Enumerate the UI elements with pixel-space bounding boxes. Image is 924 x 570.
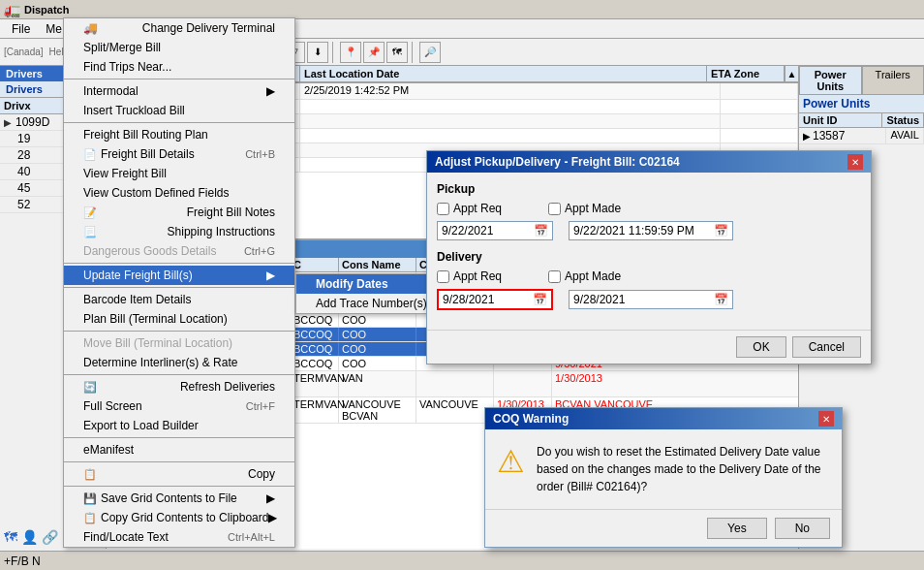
- ctx-label: Freight Bill Notes: [187, 206, 275, 219]
- ctx-fb-notes[interactable]: 📝 Freight Bill Notes: [64, 203, 294, 222]
- driver-id: 19: [4, 132, 30, 145]
- ctx-icon-note: 📝: [83, 206, 97, 219]
- warning-icon: ⚠: [497, 443, 525, 480]
- sort-arrow[interactable]: ▲: [785, 66, 798, 81]
- appt-made-checkbox[interactable]: [548, 203, 561, 215]
- menu-file[interactable]: File: [4, 20, 38, 38]
- ctx-icon-doc: 📄: [83, 148, 97, 161]
- dialog-title-bar: Adjust Pickup/Delivery - Freight Bill: C…: [427, 151, 871, 173]
- ctx-sep: [64, 79, 294, 79]
- ctx-intermodal[interactable]: Intermodal ▶: [64, 81, 294, 101]
- ctx-sep: [64, 461, 294, 462]
- ctx-label: Move Bill (Terminal Location): [83, 336, 232, 350]
- ctx-full-screen[interactable]: Full Screen Ctrl+F: [64, 396, 294, 416]
- driver-id: 1099D: [15, 115, 49, 129]
- dialog-close-button[interactable]: ✕: [847, 154, 863, 170]
- ctx-save-grid[interactable]: 💾 Save Grid Contents to File ▶: [64, 489, 294, 508]
- ctx-shipping-instructions[interactable]: 📃 Shipping Instructions: [64, 222, 294, 241]
- toolbar-btn-14[interactable]: 🔎: [419, 42, 441, 63]
- fb-cell-cons: COO: [339, 357, 416, 370]
- ctx-sep: [64, 374, 294, 375]
- ctx-sep: [64, 122, 294, 123]
- ctx-change-delivery[interactable]: 🚚 Change Delivery Terminal: [64, 18, 294, 38]
- col-last-date: Last Location Date: [300, 66, 707, 81]
- fb-col-cons: Cons Name: [339, 258, 416, 271]
- ctx-icon-paper: 📃: [83, 226, 97, 238]
- ok-button[interactable]: OK: [736, 336, 785, 358]
- ctx-view-fb[interactable]: View Freight Bill: [64, 164, 294, 183]
- fb-cell-c: BCCOQ: [291, 357, 339, 370]
- toolbar-btn-12[interactable]: 📌: [363, 42, 385, 63]
- driver-id: 28: [4, 148, 30, 162]
- ctx-sep: [64, 486, 294, 487]
- ctx-fb-details[interactable]: 📄 Freight Bill Details Ctrl+B: [64, 144, 294, 164]
- right-grid-row[interactable]: ▶ 13587 AVAIL: [799, 128, 924, 144]
- ctx-label: Export to Load Builder: [83, 419, 199, 432]
- dialog-adjust: Adjust Pickup/Delivery - Freight Bill: C…: [426, 150, 872, 364]
- ctx-split-merge[interactable]: Split/Merge Bill: [64, 38, 294, 57]
- app-icon: 🚛: [4, 2, 20, 17]
- fb-cell-city: VANCOUVE: [416, 397, 494, 423]
- person-icon[interactable]: 👤: [21, 529, 38, 545]
- ctx-label: Determine Interliner(s) & Rate: [83, 356, 237, 369]
- ctx-find-text[interactable]: Find/Locate Text Ctrl+Alt+L: [64, 527, 294, 547]
- right-sub-title: Power Units: [803, 97, 870, 111]
- ctx-label: Split/Merge Bill: [83, 41, 161, 54]
- ctx-plan-bill[interactable]: Plan Bill (Terminal Location): [64, 309, 294, 329]
- no-button[interactable]: No: [775, 518, 830, 539]
- shortcut-ctrl-alt-l: Ctrl+Alt+L: [228, 531, 275, 543]
- ctx-label: Intermodal: [83, 84, 139, 98]
- status-indicator: +F/B N: [4, 554, 41, 568]
- map-icon[interactable]: 🗺: [4, 529, 17, 545]
- tab-trailers[interactable]: Trailers: [862, 66, 925, 95]
- ctx-copy-grid[interactable]: 📋 Copy Grid Contents to Clipboard ▶: [64, 508, 294, 527]
- ctx-export-load[interactable]: Export to Load Builder: [64, 416, 294, 435]
- ctx-insert-truckload[interactable]: Insert Truckload Bill: [64, 101, 294, 120]
- appt-req-checkbox[interactable]: [437, 203, 449, 215]
- ctx-routing-plan[interactable]: Freight Bill Routing Plan: [64, 125, 294, 144]
- ctx-icon-truck: 🚚: [83, 21, 98, 35]
- ctx-sep: [64, 437, 294, 438]
- delivery-appt-req-checkbox[interactable]: [437, 270, 449, 283]
- warning-footer: Yes No: [485, 509, 842, 547]
- calendar-icon-3[interactable]: 📅: [533, 293, 547, 306]
- nav-icon-3[interactable]: 🔗: [42, 529, 58, 545]
- pickup-title: Pickup: [437, 182, 861, 196]
- pickup-datetime-input[interactable]: 9/22/2021 11:59:59 PM 📅: [569, 221, 733, 240]
- calendar-icon[interactable]: 📅: [534, 224, 548, 238]
- tab-power-units[interactable]: Power Units: [799, 66, 862, 95]
- calendar-icon-2[interactable]: 📅: [714, 224, 728, 238]
- ctx-emanifest[interactable]: eManifest: [64, 440, 294, 459]
- delivery-date-input[interactable]: 9/28/2021 📅: [437, 289, 553, 310]
- ctx-update-fb[interactable]: Update Freight Bill(s) ▶: [64, 266, 294, 285]
- ctx-refresh[interactable]: 🔄 Refresh Deliveries: [64, 377, 294, 396]
- right-sub-header: Power Units: [799, 95, 924, 113]
- ctx-label: eManifest: [83, 443, 134, 457]
- pickup-date-input[interactable]: 9/22/2021 📅: [437, 221, 553, 240]
- driver-id: 40: [4, 165, 30, 178]
- delivery-date2-input[interactable]: 9/28/2021 📅: [569, 290, 733, 309]
- calendar-icon-4[interactable]: 📅: [714, 293, 728, 306]
- toolbar-btn-10[interactable]: ⬇: [307, 42, 328, 63]
- warning-dialog: COQ Warning ✕ ⚠ Do you wish to reset the…: [484, 407, 843, 548]
- delivery-appt-made-label: Appt Made: [548, 269, 621, 283]
- app-title: Dispatch: [24, 4, 69, 16]
- fb-cell-cons: COO: [339, 328, 416, 341]
- ctx-icon-clipboard: 📋: [83, 512, 97, 524]
- toolbar-btn-13[interactable]: 🗺: [386, 42, 408, 63]
- ctx-copy[interactable]: 📋 Copy: [64, 464, 294, 484]
- warning-close-button[interactable]: ✕: [818, 411, 834, 427]
- driver-id: 52: [4, 198, 30, 211]
- toolbar-separator-4: [412, 42, 416, 63]
- ctx-determine-interliner[interactable]: Determine Interliner(s) & Rate: [64, 353, 294, 372]
- cancel-button[interactable]: Cancel: [792, 336, 861, 358]
- cell-eta: [721, 83, 798, 99]
- ctx-barcode[interactable]: Barcode Item Details: [64, 290, 294, 309]
- delivery-dates-row: 9/28/2021 📅 9/28/2021 📅: [437, 289, 861, 310]
- submenu-arrow-icon: ▶: [266, 84, 275, 98]
- yes-button[interactable]: Yes: [707, 518, 767, 539]
- delivery-appt-made-checkbox[interactable]: [548, 270, 561, 283]
- toolbar-btn-11[interactable]: 📍: [340, 42, 361, 63]
- ctx-custom-fields[interactable]: View Custom Defined Fields: [64, 183, 294, 203]
- ctx-find-trips[interactable]: Find Trips Near...: [64, 57, 294, 77]
